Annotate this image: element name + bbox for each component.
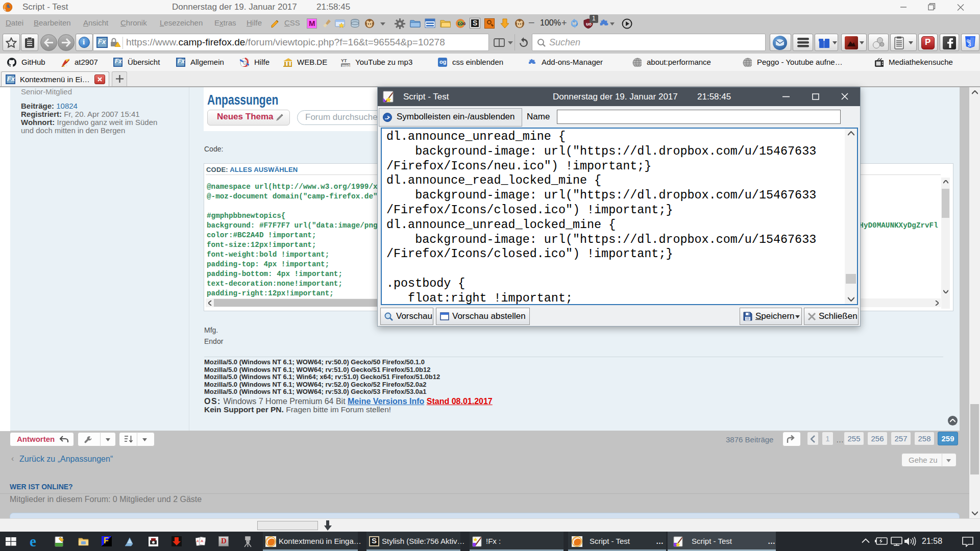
svg-text:mp3: mp3 [342,63,350,67]
svg-text:YT: YT [341,58,347,63]
svg-text:A: A [201,539,204,543]
svg-text:DDG: DDG [458,22,465,26]
svg-text:3: 3 [968,41,971,47]
svg-text:4: 4 [197,539,199,543]
